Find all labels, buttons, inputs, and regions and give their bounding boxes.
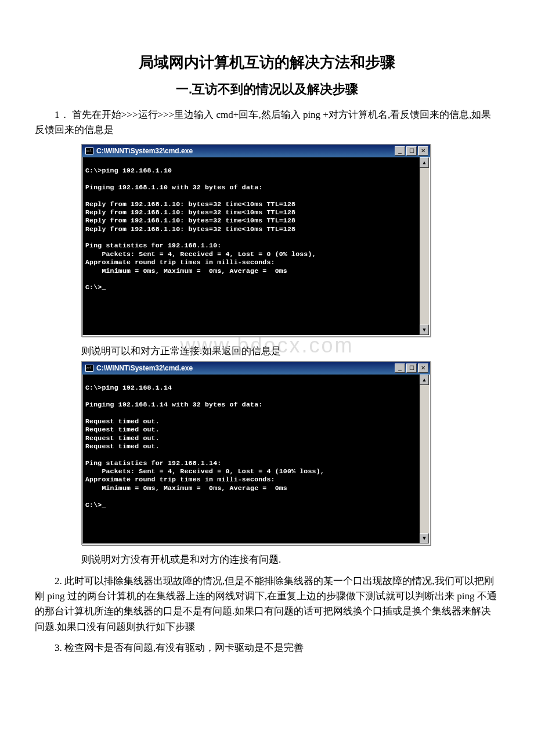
- scroll-down-button[interactable]: ▼: [420, 533, 429, 543]
- titlebar: c:\ C:\WINNT\System32\cmd.exe _ ☐ ✕: [82, 362, 430, 375]
- scrollbar[interactable]: ▲ ▼: [420, 157, 429, 335]
- terminal-body-outer: C:\>ping 192.168.1.10 Pinging 192.168.1.…: [82, 157, 430, 336]
- terminal-output: C:\>ping 192.168.1.14 Pinging 192.168.1.…: [83, 375, 420, 544]
- cmd-icon: c:\: [85, 147, 93, 154]
- scroll-down-button[interactable]: ▼: [420, 325, 429, 335]
- scroll-track[interactable]: [420, 385, 429, 534]
- maximize-button[interactable]: ☐: [406, 146, 417, 156]
- maximize-button[interactable]: ☐: [406, 363, 417, 373]
- section1-title: 一.互访不到的情况以及解决步骤: [35, 81, 499, 98]
- titlebar: c:\ C:\WINNT\System32\cmd.exe _ ☐ ✕: [82, 145, 430, 157]
- cmd-icon: c:\: [85, 365, 93, 372]
- minimize-button[interactable]: _: [395, 146, 405, 156]
- scroll-track[interactable]: [420, 168, 429, 325]
- caption-connect-fail: 则说明对方没有开机或是和对方的连接有问题.: [81, 552, 499, 567]
- titlebar-text: C:\WINNT\System32\cmd.exe: [96, 364, 395, 372]
- close-button[interactable]: ✕: [418, 146, 428, 156]
- terminal-body-outer: C:\>ping 192.168.1.14 Pinging 192.168.1.…: [82, 375, 430, 545]
- watermark-holder: 则说明可以和对方正常连接.如果返回的信息是 www.bdocx.com: [35, 344, 499, 359]
- window-controls: _ ☐ ✕: [395, 363, 428, 373]
- cmd-window-success: c:\ C:\WINNT\System32\cmd.exe _ ☐ ✕ C:\>…: [81, 144, 431, 337]
- paragraph-3: 3. 检查网卡是否有问题,有没有驱动，网卡驱动是不是完善: [35, 640, 499, 656]
- close-button[interactable]: ✕: [418, 363, 428, 373]
- doc-title: 局域网内计算机互访的解决方法和步骤: [35, 52, 499, 73]
- paragraph-2: 2. 此时可以排除集线器出现故障的情况,但是不能排除集线器的某一个口出现故障的情…: [35, 574, 499, 635]
- caption-connect-ok: 则说明可以和对方正常连接.如果返回的信息是: [81, 344, 499, 359]
- window-controls: _ ☐ ✕: [395, 146, 428, 156]
- scroll-up-button[interactable]: ▲: [420, 157, 429, 168]
- minimize-button[interactable]: _: [395, 363, 405, 373]
- terminal-output: C:\>ping 192.168.1.10 Pinging 192.168.1.…: [83, 157, 420, 335]
- scrollbar[interactable]: ▲ ▼: [420, 375, 429, 544]
- cmd-window-timeout: c:\ C:\WINNT\System32\cmd.exe _ ☐ ✕ C:\>…: [81, 361, 431, 546]
- scroll-up-button[interactable]: ▲: [420, 375, 429, 385]
- document-page: 局域网内计算机互访的解决方法和步骤 一.互访不到的情况以及解决步骤 1． 首先在…: [0, 0, 534, 696]
- paragraph-1: 1． 首先在开始>>>运行>>>里边输入 cmd+回车,然后输入 ping +对…: [35, 107, 499, 138]
- titlebar-text: C:\WINNT\System32\cmd.exe: [96, 147, 395, 155]
